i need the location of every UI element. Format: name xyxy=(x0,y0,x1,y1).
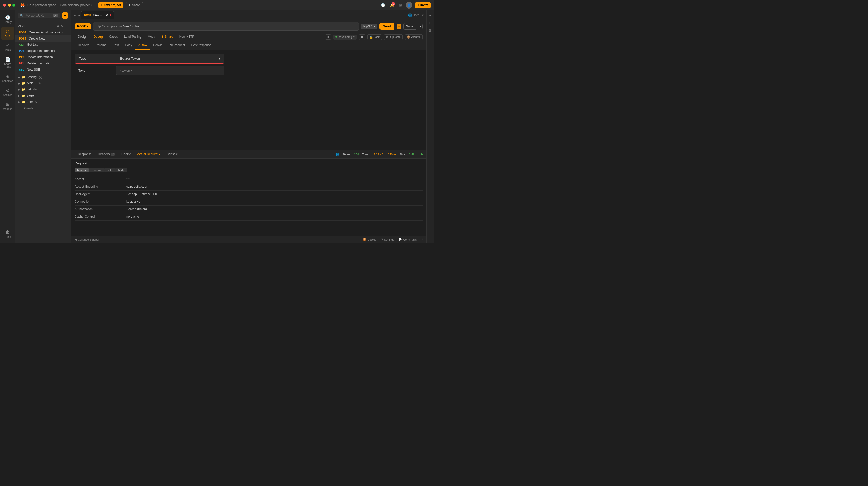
search-input[interactable] xyxy=(25,14,52,17)
tab-auth[interactable]: Auth xyxy=(135,41,150,50)
api-item-put[interactable]: PUT Replace Information xyxy=(16,48,71,54)
tab-more-button[interactable]: ⋯ xyxy=(118,13,121,17)
api-item-sse[interactable]: SSE New SSE xyxy=(16,66,71,73)
cookie-footer-button[interactable]: 🍪 Cookie xyxy=(363,238,376,241)
folder-testing[interactable]: ▶ 📁 Testing (2) xyxy=(16,74,71,80)
create-button[interactable]: + + Create xyxy=(16,105,71,112)
auth-type-value[interactable]: Bearer Token ▾ xyxy=(117,54,224,63)
api-item-creates-list[interactable]: POST Creates list of users with ... xyxy=(16,29,71,35)
folder-pet[interactable]: ▶ 📁 pet (9) xyxy=(16,86,71,92)
maximize-button[interactable] xyxy=(12,4,16,7)
duplicate-button[interactable]: ⧉ Duplicate xyxy=(384,34,403,40)
space-name[interactable]: Cora personal space xyxy=(27,3,56,7)
settings-footer-button[interactable]: ⚙ Settings xyxy=(380,238,395,241)
project-name-wrapper[interactable]: Cora personal project ▾ xyxy=(60,3,92,7)
tab-new-http[interactable]: New HTTP xyxy=(176,33,197,41)
http-version-selector[interactable]: http/1.1 ▾ xyxy=(361,24,378,29)
bottom-tab-headers[interactable]: Headers7 xyxy=(95,150,118,159)
tab-path[interactable]: Path xyxy=(110,41,122,50)
tab-params[interactable]: Params xyxy=(92,41,109,50)
api-item-get-list[interactable]: GET Get List xyxy=(16,41,71,48)
tab-headers[interactable]: Headers xyxy=(75,41,92,50)
folder-icon-apis: 📁 xyxy=(22,82,25,85)
refresh-icon[interactable]: ↻ xyxy=(61,24,64,28)
bottom-tab-cookie[interactable]: Cookie xyxy=(118,150,134,159)
info-button[interactable]: ℹ xyxy=(422,238,423,241)
right-icon-table[interactable]: ⊟ xyxy=(428,27,433,33)
folder-apis[interactable]: ▶ 📁 APIs (10) xyxy=(16,80,71,86)
notification-button[interactable]: 🔔 3 xyxy=(389,2,395,8)
share-button[interactable]: ⬆ Share xyxy=(126,2,143,8)
request-env: ≡ Developing ▾ ⇄ 🔒 Lock ⧉ Duplicate 📦 Ar… xyxy=(325,34,423,40)
community-button[interactable]: 💬 Community xyxy=(398,238,417,241)
api-item-del[interactable]: DEL Delete Information xyxy=(16,60,71,66)
bottom-tab-bar: Response Headers7 Cookie Actual Request … xyxy=(71,150,426,159)
method-selector[interactable]: POST ▾ xyxy=(75,23,91,29)
clock-icon-button[interactable]: 🕐 xyxy=(380,2,386,8)
save-button[interactable]: Save xyxy=(403,23,416,30)
tab-design[interactable]: Design xyxy=(75,33,90,41)
more-icon[interactable]: ⋯ xyxy=(65,24,68,28)
save-dropdown-button[interactable]: ▾ xyxy=(418,24,423,29)
bottom-tab-actual-request[interactable]: Actual Request xyxy=(134,150,163,159)
sidebar-item-tests[interactable]: ✓ Tests xyxy=(1,41,14,54)
tab-post-response[interactable]: Post-response xyxy=(188,41,214,50)
folder-store-count: (4) xyxy=(36,94,39,97)
tab-mock[interactable]: Mock xyxy=(145,33,158,41)
api-item-pat[interactable]: PAT Update Information xyxy=(16,54,71,60)
search-filter-badge[interactable]: All xyxy=(53,14,58,17)
tab-cases[interactable]: Cases xyxy=(106,33,121,41)
right-icon-1[interactable]: ≡ xyxy=(428,12,432,18)
sidebar-item-history[interactable]: 🕐 History xyxy=(1,13,14,26)
sidebar-item-share-docs[interactable]: 📄 Share Docs xyxy=(1,55,14,71)
folder-apis-label: APIs xyxy=(27,81,33,85)
folder-store[interactable]: ▶ 📁 store (4) xyxy=(16,92,71,99)
tab-body[interactable]: Body xyxy=(122,41,135,50)
tab-action-globe[interactable]: 🌐 xyxy=(408,13,412,17)
right-icon-2[interactable]: ⊞ xyxy=(428,20,433,26)
folder-user[interactable]: ▶ 📁 user (7) xyxy=(16,99,71,105)
new-project-button[interactable]: + New project xyxy=(98,2,123,8)
bottom-tab-console[interactable]: Console xyxy=(163,150,181,159)
add-button[interactable]: + xyxy=(62,12,68,19)
tab-pre-request[interactable]: Pre-request xyxy=(166,41,188,50)
tab-cookie[interactable]: Cookie xyxy=(150,41,165,50)
api-item-create-new[interactable]: POST Create New xyxy=(16,35,71,41)
minimize-button[interactable] xyxy=(8,4,11,7)
auth-token-placeholder: <token> xyxy=(120,68,132,73)
bottom-tab-response[interactable]: Response xyxy=(75,150,95,159)
auth-token-value[interactable]: <token> xyxy=(116,66,224,75)
invite-button[interactable]: + Invite xyxy=(415,2,431,8)
header-row-accept-encoding: Accept-Encoding gzip, deflate, br xyxy=(75,183,423,191)
settings-action-icon[interactable]: ⚙ xyxy=(57,24,59,28)
sub-tab-path[interactable]: path xyxy=(104,168,115,172)
sub-tab-body[interactable]: body xyxy=(116,168,127,172)
sidebar-item-manage[interactable]: ⊞ Manage xyxy=(1,100,14,113)
close-button[interactable] xyxy=(3,4,6,7)
collapse-sidebar-button[interactable]: ◀ Collapse Sidebar xyxy=(75,238,99,241)
tab-nav-left[interactable]: ← xyxy=(74,13,77,17)
layout-switch-button[interactable]: ⇄ xyxy=(359,34,365,40)
sidebar-item-apis[interactable]: ⬡ APIs xyxy=(1,27,14,40)
sidebar-item-settings[interactable]: ⚙ Settings xyxy=(1,86,14,99)
tab-action-chevron[interactable]: ▾ xyxy=(422,13,424,17)
env-selector[interactable]: Developing ▾ xyxy=(333,35,357,39)
layout-button[interactable]: ⊞ xyxy=(398,2,403,8)
tab-load-testing[interactable]: Load Testing xyxy=(121,33,145,41)
sub-tab-header[interactable]: header xyxy=(75,168,89,172)
url-input[interactable] xyxy=(123,25,356,28)
sidebar-item-schemas[interactable]: ◈ Schemas xyxy=(1,72,14,85)
avatar[interactable]: 👤 xyxy=(406,2,412,8)
archive-button[interactable]: 📦 Archive xyxy=(405,34,423,40)
send-dropdown-button[interactable]: ▾ xyxy=(397,24,401,29)
sub-tab-params[interactable]: params xyxy=(89,168,104,172)
sidebar-item-trash[interactable]: 🗑 Trash xyxy=(1,228,14,240)
tab-post-new-http[interactable]: POST New HTTP xyxy=(81,11,115,19)
new-tab-button[interactable]: + xyxy=(116,13,118,17)
filter-button[interactable]: ≡ xyxy=(325,34,331,39)
tab-share[interactable]: ⬆ Share xyxy=(158,33,176,41)
lock-button[interactable]: 🔒 Lock xyxy=(367,34,382,40)
tab-debug[interactable]: Debug xyxy=(90,33,106,41)
tab-nav-right[interactable]: → xyxy=(77,13,80,17)
send-button[interactable]: Send xyxy=(379,23,394,30)
